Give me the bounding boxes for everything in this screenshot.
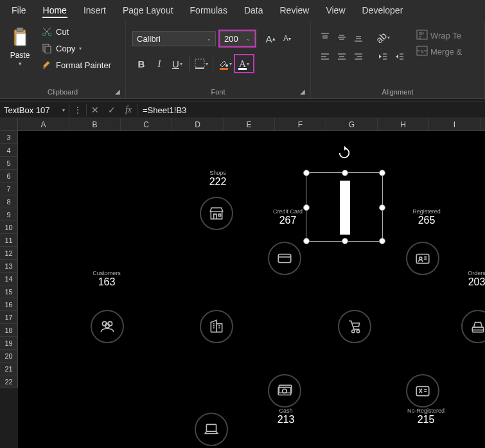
col-header[interactable]: D [172,118,224,130]
accept-formula-button[interactable]: ✓ [103,102,120,118]
decrease-font-button[interactable]: A▾ [279,31,295,46]
borders-button[interactable]: ▾ [192,55,210,72]
tab-insert[interactable]: Insert [75,1,114,19]
decrease-indent-button[interactable] [375,49,391,64]
tab-formulas[interactable]: Formulas [182,1,236,19]
grid-area[interactable]: Shops 222 Customers 163 Credit Card 267 … [18,131,485,448]
row-header[interactable]: 13 [0,260,17,273]
node-customers[interactable] [91,310,124,343]
name-box[interactable]: TextBox 107 ▾ [0,102,69,118]
row-header[interactable]: 8 [0,195,17,208]
tab-page-layout[interactable]: Page Layout [114,1,182,19]
increase-font-button[interactable]: A▴ [263,31,278,46]
row-header[interactable]: 10 [0,221,17,234]
fill-color-button[interactable]: ▾ [216,55,234,72]
row-header[interactable]: 3 [0,131,17,144]
row-header[interactable]: 20 [0,350,17,363]
row-header[interactable]: 12 [0,247,17,260]
node-cash[interactable] [268,374,301,408]
row-header[interactable]: 5 [0,157,17,170]
row-header[interactable]: 6 [0,170,17,183]
format-painter-button[interactable]: Format Painter [41,59,111,71]
bold-button[interactable]: B [132,55,150,72]
row-header[interactable]: 16 [0,298,17,311]
people-icon [99,318,116,335]
resize-handle[interactable] [303,170,310,176]
tab-data[interactable]: Data [236,1,272,19]
formula-input[interactable] [137,105,485,115]
italic-button[interactable]: I [150,55,168,72]
node-credit-card[interactable] [268,242,301,275]
col-header[interactable]: F [275,118,326,130]
tab-developer[interactable]: Developer [354,1,412,19]
node-building[interactable] [200,310,233,343]
chevron-down-icon: ▾ [79,46,82,51]
row-header[interactable]: 19 [0,337,17,350]
col-header[interactable]: G [326,118,378,130]
resize-handle[interactable] [379,204,385,211]
node-shops[interactable] [200,197,233,230]
resize-handle[interactable] [303,238,310,244]
col-header[interactable]: E [224,118,275,130]
id-card-icon [414,250,431,267]
row-header[interactable]: 15 [0,285,17,298]
align-top-button[interactable] [317,30,333,45]
cancel-formula-button[interactable]: ✕ [87,102,103,118]
fx-button[interactable]: fx [120,102,137,118]
cut-button[interactable]: Cut [41,26,111,37]
node-orders[interactable] [461,310,485,343]
column-headers: A B C D E F G H I [0,118,485,131]
node-registered[interactable] [406,242,439,275]
row-header[interactable]: 4 [0,144,17,157]
row-header[interactable]: 11 [0,234,17,247]
align-center-button[interactable] [334,49,349,64]
paste-button[interactable]: Paste ▾ [6,26,33,67]
row-header[interactable]: 14 [0,273,17,285]
align-bottom-button[interactable] [351,30,366,45]
formula-expand-button[interactable]: ⋮ [69,102,86,118]
tab-home[interactable]: Home [35,1,75,19]
tab-review[interactable]: Review [272,1,318,19]
resize-handle[interactable] [379,170,385,176]
col-header[interactable]: H [378,118,429,130]
row-header[interactable]: 7 [0,183,17,195]
orientation-button[interactable]: ab▾ [375,30,391,45]
name-box-value: TextBox 107 [4,105,50,115]
font-color-button[interactable]: A ▾ [235,55,253,72]
label-orders: Orders 203 [457,270,485,288]
row-header[interactable]: 18 [0,324,17,337]
align-middle-button[interactable] [334,30,349,45]
clipboard-dialog-launcher[interactable]: ◢ [115,88,124,97]
col-header[interactable]: C [121,118,172,130]
node-no-registered[interactable] [406,374,439,408]
font-name-select[interactable]: Calibri ⌄ [132,31,216,46]
font-size-select[interactable]: 200 ⌄ [220,31,255,46]
align-left-button[interactable] [317,49,333,64]
font-dialog-launcher[interactable]: ◢ [300,88,309,97]
row-header[interactable]: 22 [0,375,17,388]
resize-handle[interactable] [342,238,348,244]
node-laptop[interactable] [195,413,228,446]
copy-button[interactable]: Copy ▾ [41,42,111,54]
underline-button[interactable]: U▾ [168,55,186,72]
resize-handle[interactable] [342,170,348,176]
resize-handle[interactable] [303,204,310,211]
increase-indent-button[interactable] [392,49,407,64]
row-header[interactable]: 9 [0,208,17,221]
node-cart[interactable] [338,310,371,343]
select-all-corner[interactable] [0,118,18,130]
wrap-text-button[interactable]: abc Wrap Te [416,30,462,42]
clipboard-icon [10,27,30,48]
merge-button[interactable]: a Merge & [416,46,462,58]
rotate-handle-icon[interactable] [337,146,351,160]
row-header[interactable]: 17 [0,311,17,324]
align-right-button[interactable] [351,49,366,64]
selected-textbox[interactable] [306,172,383,242]
col-header[interactable]: A [18,118,69,130]
row-header[interactable]: 21 [0,363,17,375]
col-header[interactable]: I [429,118,481,130]
resize-handle[interactable] [379,238,385,244]
tab-view[interactable]: View [317,1,353,19]
tab-file[interactable]: File [3,1,35,19]
col-header[interactable]: B [69,118,121,130]
